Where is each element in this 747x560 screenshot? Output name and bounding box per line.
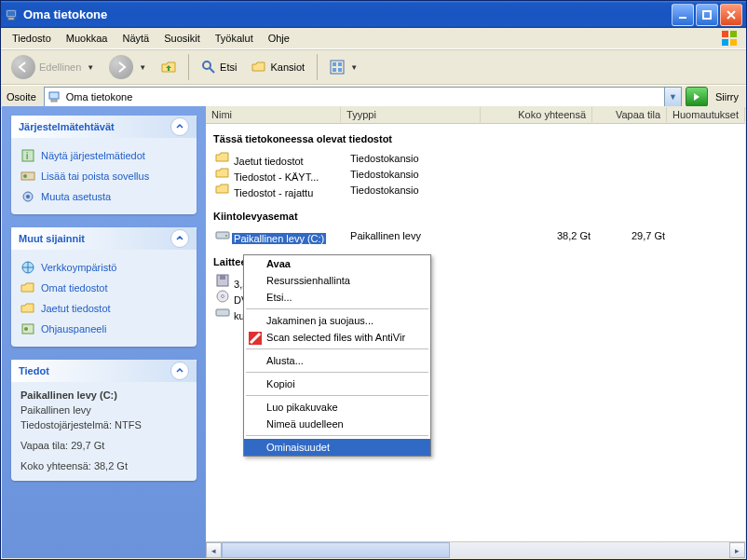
- menu-file[interactable]: Tiedosto: [5, 30, 59, 47]
- column-type[interactable]: Tyyppi: [341, 107, 481, 122]
- panel-header[interactable]: Tiedot: [11, 360, 197, 382]
- list-item[interactable]: Tiedostot - rajattu Tiedostokansio: [210, 182, 740, 198]
- context-rename[interactable]: Nimeä uudelleen: [244, 416, 430, 432]
- context-explore[interactable]: Resurssienhallinta: [244, 272, 430, 289]
- shared-folder-icon: [20, 301, 35, 316]
- svg-rect-13: [338, 62, 342, 66]
- close-button[interactable]: [720, 4, 742, 26]
- column-free[interactable]: Vapaa tila: [592, 107, 667, 122]
- network-icon: [20, 260, 35, 275]
- folders-button[interactable]: Kansiot: [245, 57, 311, 77]
- toolbar-separator: [188, 54, 189, 80]
- go-button[interactable]: [686, 87, 708, 107]
- task-shared-documents[interactable]: Jaetut tiedostot: [20, 298, 187, 319]
- address-dropdown-button[interactable]: ▼: [664, 88, 681, 106]
- my-computer-icon: [48, 89, 62, 104]
- window: Oma tietokone Tiedosto Muokkaa Näytä Suo…: [0, 0, 747, 560]
- forward-button[interactable]: ▼: [102, 52, 153, 82]
- panel-title: Muut sijainnit: [19, 233, 85, 244]
- svg-rect-15: [338, 68, 342, 72]
- task-label: Omat tiedostot: [41, 282, 108, 294]
- group-files-here: Tässä tietokoneessa olevat tiedostot: [210, 130, 740, 150]
- scroll-right-button[interactable]: ▸: [729, 542, 745, 558]
- svg-rect-7: [722, 39, 728, 46]
- panel-header[interactable]: Järjestelmätehtävät: [11, 116, 197, 138]
- drive-icon: [215, 227, 230, 242]
- details-free: Vapaa tila: 29,7 Gt: [20, 438, 187, 453]
- list-item-selected[interactable]: Paikallinen levy (C:) Paikallinen levy 3…: [210, 227, 740, 243]
- address-label: Osoite: [5, 91, 40, 102]
- context-sharing[interactable]: Jakaminen ja suojaus...: [244, 312, 430, 329]
- column-total[interactable]: Koko yhteensä: [481, 107, 592, 122]
- collapse-button[interactable]: [170, 229, 189, 248]
- back-button[interactable]: Edellinen ▼: [5, 52, 101, 82]
- chevron-down-icon: ▼: [139, 63, 146, 72]
- svg-rect-17: [51, 100, 57, 102]
- context-format[interactable]: Alusta...: [244, 352, 430, 369]
- context-antivir[interactable]: Scan selected files with AntiVir: [244, 329, 430, 346]
- folder-icon: [215, 182, 230, 197]
- task-system-info[interactable]: iNäytä järjestelmätiedot: [20, 145, 187, 166]
- task-add-remove[interactable]: Lisää tai poista sovellus: [20, 166, 187, 186]
- up-button[interactable]: [155, 57, 183, 77]
- collapse-button[interactable]: [170, 362, 189, 380]
- minimize-button[interactable]: [672, 4, 694, 26]
- column-name[interactable]: Nimi: [206, 107, 341, 122]
- address-field[interactable]: Oma tietokone ▼: [44, 87, 682, 107]
- horizontal-scrollbar[interactable]: ◂ ▸: [206, 541, 745, 558]
- panel-header[interactable]: Muut sijainnit: [11, 227, 197, 250]
- context-shortcut[interactable]: Luo pikakuvake: [244, 399, 430, 416]
- task-change-setting[interactable]: Muuta asetusta: [20, 186, 187, 207]
- item-free: 29,7 Gt: [596, 230, 671, 241]
- column-header-row: Nimi Tyyppi Koko yhteensä Vapaa tila Huo…: [206, 106, 745, 124]
- svg-point-9: [203, 61, 211, 69]
- context-properties[interactable]: Ominaisuudet: [244, 439, 430, 456]
- main-pane: Nimi Tyyppi Koko yhteensä Vapaa tila Huo…: [206, 106, 745, 558]
- removable-icon: [215, 305, 230, 320]
- task-network[interactable]: Verkkoympäristö: [20, 257, 187, 278]
- menu-help[interactable]: Ohje: [261, 30, 297, 47]
- context-separator: [246, 372, 428, 373]
- list-item[interactable]: Tiedostot - KÄYT... Tiedostokansio: [210, 166, 740, 182]
- maximize-button[interactable]: [696, 4, 718, 26]
- menu-tools[interactable]: Työkalut: [208, 30, 261, 47]
- context-copy[interactable]: Kopioi: [244, 376, 430, 392]
- floppy-icon: [215, 273, 230, 288]
- title-bar[interactable]: Oma tietokone: [1, 1, 746, 28]
- control-panel-icon: [20, 321, 35, 336]
- go-label: Siirry: [715, 91, 739, 102]
- collapse-button[interactable]: [170, 117, 189, 136]
- folder-icon: [215, 166, 230, 181]
- svg-rect-8: [730, 39, 737, 46]
- context-open[interactable]: Avaa: [244, 255, 430, 272]
- svg-rect-6: [730, 31, 737, 37]
- my-computer-icon: [5, 7, 20, 22]
- context-menu: Avaa Resurssienhallinta Etsi... Jakamine…: [243, 254, 431, 457]
- window-title: Oma tietokone: [23, 7, 107, 21]
- svg-rect-16: [49, 92, 59, 99]
- task-label: Muuta asetusta: [41, 191, 111, 202]
- svg-text:i: i: [26, 151, 28, 161]
- scroll-left-button[interactable]: ◂: [206, 542, 222, 558]
- file-list[interactable]: Tässä tietokoneessa olevat tiedostot Jae…: [206, 124, 745, 558]
- task-control-panel[interactable]: Ohjauspaneeli: [20, 319, 187, 339]
- context-search[interactable]: Etsi...: [244, 289, 430, 306]
- scroll-thumb[interactable]: [222, 542, 450, 558]
- folders-label: Kansiot: [270, 61, 305, 73]
- views-button[interactable]: ▼: [323, 57, 364, 77]
- menu-view[interactable]: Näytä: [115, 30, 156, 47]
- menu-favorites[interactable]: Suosikit: [156, 30, 208, 47]
- folder-icon: [215, 150, 230, 165]
- panel-title: Tiedot: [19, 365, 49, 376]
- context-separator: [246, 395, 428, 396]
- svg-point-26: [24, 327, 28, 331]
- scroll-track[interactable]: [222, 542, 729, 558]
- menu-edit[interactable]: Muokkaa: [59, 30, 115, 47]
- search-button[interactable]: Etsi: [195, 57, 243, 77]
- task-label: Näytä järjestelmätiedot: [41, 150, 145, 161]
- column-comments[interactable]: Huomautukset: [667, 107, 745, 122]
- svg-rect-3: [679, 17, 686, 19]
- chevron-down-icon: ▼: [87, 63, 94, 72]
- list-item[interactable]: Jaetut tiedostot Tiedostokansio: [210, 150, 740, 166]
- task-my-documents[interactable]: Omat tiedostot: [20, 278, 187, 298]
